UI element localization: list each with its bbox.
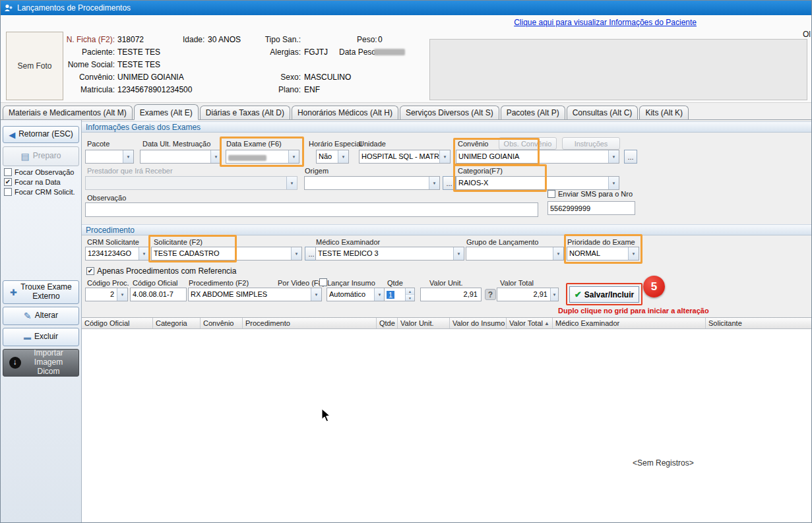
convenio-more-button[interactable]: ...	[624, 150, 637, 164]
pacote-select[interactable]	[85, 150, 134, 164]
solicitante-select[interactable]: TESTE CADASTRO	[151, 247, 302, 261]
column-convenio[interactable]: Convênio	[201, 318, 243, 328]
apenas-referencia-checkbox[interactable]: Apenas Procedimentos com Referencia	[86, 266, 236, 276]
sidebar: Retornar (ESC) Preparo Focar Observação …	[1, 120, 82, 523]
chevron-down-icon[interactable]	[123, 150, 133, 163]
chevron-down-icon[interactable]	[117, 288, 127, 301]
chevron-down-icon[interactable]	[439, 150, 450, 163]
medico-examinador-select[interactable]: TESTE MEDICO 3	[315, 247, 464, 261]
tab-label: Serviços Diversos (Alt S)	[406, 108, 493, 117]
stepper-down-icon[interactable]: ▼	[406, 295, 414, 301]
peso-value: 0	[378, 35, 383, 44]
column-valor-unit[interactable]: Valor Unit.	[398, 318, 450, 328]
alergias-value: FGJTJ	[304, 47, 328, 57]
observacao-label: Observação	[87, 194, 126, 202]
instrucoes-button: Instruções	[562, 137, 620, 150]
preparo-label: Preparo	[33, 152, 61, 161]
importar-dicom-button[interactable]: ↓ Importar Imagem Dicom	[3, 349, 79, 377]
codigo-proc-select[interactable]: 2	[85, 288, 128, 301]
tab-honorarios[interactable]: Honorários Médicos (Alt H)	[292, 106, 398, 119]
crm-solicitante-select[interactable]: 12341234GO	[85, 247, 150, 261]
solicitante-label: Solicitante (F2)	[154, 238, 203, 246]
alterar-button[interactable]: Alterar	[3, 307, 79, 325]
chevron-down-icon[interactable]	[608, 150, 619, 163]
retornar-button[interactable]: Retornar (ESC)	[3, 126, 79, 143]
valor-unit-field[interactable]: 2,91	[420, 288, 482, 301]
procedimento-select[interactable]: RX ABDOME SIMPLES	[188, 288, 322, 301]
salvar-incluir-button[interactable]: Salvar/Incluir	[569, 286, 639, 303]
horario-especial-select[interactable]: Não	[316, 150, 349, 164]
patient-header: Clique aqui para visualizar Informações …	[1, 15, 811, 103]
chevron-down-icon[interactable]	[429, 177, 439, 189]
column-valor-total[interactable]: Valor Total ▲	[507, 318, 553, 328]
column-label: Qtde	[379, 319, 395, 327]
convenio-exame-select[interactable]: UNIMED GOIANIA	[456, 150, 619, 164]
focar-na-data-checkbox[interactable]: Focar na Data	[4, 178, 61, 186]
origem-select[interactable]	[304, 176, 440, 190]
column-solicitante[interactable]: Solicitante	[706, 318, 812, 328]
sms-number-input[interactable]	[547, 201, 635, 215]
focar-observacao-checkbox[interactable]: Focar Observação	[4, 168, 74, 176]
patient-info-link[interactable]: Clique aqui para visualizar Informações …	[514, 18, 697, 27]
unidade-select[interactable]: HOSPITAL SQL - MATRIZ	[359, 150, 451, 164]
observacao-input[interactable]	[85, 202, 538, 217]
data-exame-select[interactable]	[226, 150, 299, 164]
chevron-down-icon[interactable]	[608, 177, 619, 189]
sms-checkbox[interactable]: Enviar SMS para o Nro	[547, 190, 633, 198]
section-title: Informações Gerais dos Exames	[86, 123, 201, 132]
column-codigo-oficial[interactable]: Código Oficial	[82, 318, 153, 328]
column-valor-insumo[interactable]: Valor do Insumo	[450, 318, 507, 328]
column-label: Convênio	[203, 319, 234, 327]
valor-total-field[interactable]: 2,91	[497, 288, 559, 301]
chevron-down-icon	[286, 177, 297, 189]
tab-exames[interactable]: Exames (Alt E)	[134, 104, 199, 120]
tab-pacotes[interactable]: Pacotes (Alt P)	[501, 106, 565, 119]
chevron-down-icon[interactable]	[291, 247, 301, 260]
stepper-buttons[interactable]: ▲▼	[405, 288, 414, 301]
column-qtde[interactable]: Qtde	[377, 318, 398, 328]
chevron-down-icon[interactable]	[628, 247, 639, 260]
focar-na-data-label: Focar na Data	[15, 178, 61, 186]
lancar-insumo-select[interactable]: Automático	[327, 288, 385, 301]
prioridade-select[interactable]: NORMAL	[567, 247, 639, 261]
por-video-checkbox[interactable]	[319, 278, 327, 286]
help-icon[interactable]: ?	[485, 289, 496, 300]
chevron-down-icon[interactable]	[139, 247, 149, 260]
data-exame-label: Data Exame (F6)	[226, 140, 282, 148]
pencil-icon	[24, 311, 32, 321]
chevron-down-icon[interactable]	[374, 288, 385, 301]
excluir-button[interactable]: Excluir	[3, 328, 79, 346]
tab-consultas[interactable]: Consultas (Alt C)	[567, 106, 639, 119]
stepper-up-icon[interactable]: ▲	[406, 288, 414, 295]
chevron-down-icon[interactable]	[210, 150, 221, 163]
tab-kits[interactable]: Kits (Alt K)	[639, 106, 689, 119]
column-procedimento[interactable]: Procedimento	[243, 318, 377, 328]
checkbox-checked-icon	[4, 178, 12, 186]
column-medico-examinador[interactable]: Médico Examinador	[553, 318, 706, 328]
data-ult-select[interactable]	[140, 150, 222, 164]
column-categoria[interactable]: Categoria	[153, 318, 201, 328]
origem-more-button[interactable]: ...	[443, 176, 456, 190]
column-label: Valor Total	[509, 319, 543, 327]
categoria-select[interactable]: RAIOS-X	[456, 176, 619, 190]
chevron-down-icon[interactable]	[553, 247, 563, 260]
chevron-down-icon[interactable]	[338, 150, 348, 163]
tab-materiais[interactable]: Materiais e Medicamentos (Alt M)	[3, 106, 133, 119]
chevron-down-icon[interactable]	[550, 288, 558, 301]
chevron-down-icon[interactable]	[288, 150, 299, 163]
trouxe-exame-button[interactable]: Trouxe Exame Externo	[3, 280, 79, 304]
alterar-label: Alterar	[35, 311, 58, 321]
grid-body[interactable]: <Sem Registros>	[82, 329, 812, 523]
codigo-oficial-field[interactable]: 4.08.08.01-7	[130, 288, 187, 301]
focar-crm-checkbox[interactable]: Focar CRM Solicit.	[4, 188, 75, 196]
matricula-label: Matricula:	[27, 85, 115, 94]
tab-label: Honorários Médicos (Alt H)	[297, 108, 392, 117]
codigo-oficial-label: Código Oficial	[133, 279, 177, 287]
chevron-down-icon[interactable]	[453, 247, 464, 260]
tab-servicos[interactable]: Serviços Diversos (Alt S)	[400, 106, 499, 119]
grupo-lancamento-select[interactable]	[466, 247, 564, 261]
qtde-stepper[interactable]: 1 ▲▼	[384, 288, 415, 301]
checkbox-icon	[4, 188, 12, 196]
chevron-down-icon[interactable]	[311, 288, 321, 301]
tab-diarias[interactable]: Diárias e Taxas (Alt D)	[200, 106, 290, 119]
